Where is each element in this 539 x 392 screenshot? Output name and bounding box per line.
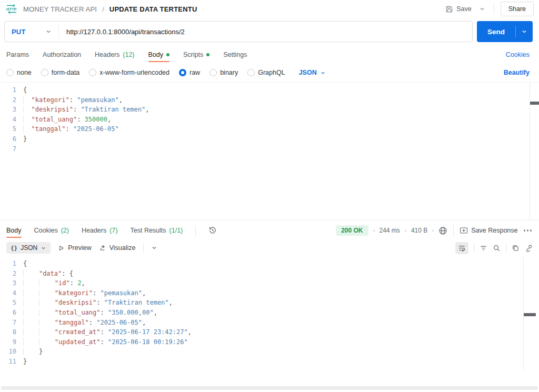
preview-button[interactable]: Preview — [58, 244, 91, 252]
code-line: 3 "deskripsi": "Traktiran temen", — [0, 105, 539, 115]
request-body-editor[interactable]: 1{2 "kategori": "pemasukan",3 "deskripsi… — [0, 82, 539, 220]
tab-body[interactable]: Body — [148, 46, 170, 63]
response-toolbar-right — [455, 242, 533, 254]
toolbar-divider — [506, 244, 506, 252]
mode-binary[interactable]: binary — [209, 69, 238, 76]
copy-icon[interactable] — [512, 244, 520, 252]
top-divider — [494, 4, 494, 14]
mode-none[interactable]: none — [6, 69, 32, 76]
share-button[interactable]: Share — [501, 2, 534, 16]
top-actions: Save Share — [443, 2, 534, 16]
meta-separator-dot — [405, 230, 406, 232]
code-line: 5 "deskripsi": "Traktiran temen", — [0, 298, 539, 308]
response-tab-test-results[interactable]: Test Results(1/1) — [130, 222, 183, 239]
meta-divider — [453, 225, 454, 236]
tab-authorization[interactable]: Authorization — [43, 46, 81, 63]
response-toolbar: {} JSON Preview Visualize — [0, 239, 539, 257]
request-title[interactable]: UPDATE DATA TERTENTU — [109, 5, 197, 13]
code-line: 1{ — [0, 85, 539, 95]
braces-icon: {} — [11, 245, 17, 252]
svg-text:HTTP: HTTP — [6, 7, 17, 12]
history-icon[interactable] — [208, 226, 217, 235]
network-globe-icon[interactable] — [438, 226, 447, 235]
editor-scrollbar-thumb[interactable] — [524, 313, 536, 316]
app-window: HTTP MONEY TRACKER API / UPDATE DATA TER… — [0, 0, 539, 392]
url-box: PUT — [4, 21, 473, 42]
code-line: 1{ — [0, 259, 539, 269]
view-options-chevron[interactable] — [151, 245, 157, 251]
response-body-code: 1{2 "data": {3 "id": 2,4 "kategori": "pe… — [0, 259, 539, 367]
request-url-row: PUT Send — [0, 18, 539, 46]
tab-settings[interactable]: Settings — [223, 46, 247, 63]
code-line: 7 "tanggal": "2025-06-05", — [0, 318, 539, 328]
response-size[interactable]: 410 B — [411, 227, 427, 234]
code-line: 5 "tanggal": "2025-06-05" — [0, 124, 539, 134]
headers-count: (12) — [123, 51, 134, 58]
beautify-link[interactable]: Beautify — [504, 69, 533, 76]
response-tabs: Body Cookies(2) Headers(7) Test Results(… — [0, 222, 539, 239]
response-meta: 200 OK 244 ms 410 B — [336, 225, 533, 236]
collection-name[interactable]: MONEY TRACKER API — [23, 5, 97, 13]
code-line: 4 "kategori": "pemasukan", — [0, 288, 539, 298]
radio-checked-icon — [179, 69, 186, 76]
raw-format-dropdown[interactable]: JSON — [299, 69, 326, 76]
method-dropdown[interactable]: PUT — [5, 28, 58, 36]
meta-separator-dot — [373, 230, 375, 232]
play-icon — [58, 245, 65, 252]
body-modified-dot — [166, 53, 169, 56]
filter-icon[interactable] — [480, 244, 487, 252]
tab-headers[interactable]: Headers(12) — [95, 46, 134, 63]
save-response-label: Save Response — [471, 227, 517, 234]
cookies-link[interactable]: Cookies — [506, 51, 533, 58]
mode-x-www-form-urlencoded[interactable]: x-www-form-urlencoded — [89, 69, 169, 76]
radio-icon — [6, 69, 14, 76]
link-icon[interactable] — [525, 244, 533, 252]
code-line: 7 — [0, 144, 539, 154]
response-body-editor[interactable]: 1{2 "data": {3 "id": 2,4 "kategori": "pe… — [0, 257, 539, 370]
response-format-label: JSON — [21, 244, 37, 252]
response-tabs-divider — [195, 225, 196, 236]
chevron-down-icon — [45, 28, 52, 35]
radio-icon — [209, 69, 217, 76]
request-body-code: 1{2 "kategori": "pemasukan",3 "deskripsi… — [0, 85, 539, 154]
body-mode-row: none form-data x-www-form-urlencoded raw… — [0, 63, 539, 82]
visualize-button[interactable]: Visualize — [99, 244, 136, 252]
test-results-count: (1/1) — [169, 227, 183, 234]
send-button[interactable]: Send — [477, 21, 515, 42]
save-options-chevron[interactable] — [477, 4, 487, 14]
response-format-dropdown[interactable]: {} JSON — [6, 242, 51, 254]
save-button[interactable]: Save — [443, 2, 474, 16]
wrap-text-icon[interactable] — [455, 242, 468, 254]
radio-icon — [41, 69, 48, 76]
save-response-button[interactable]: Save Response — [460, 227, 517, 234]
meta-separator-dot — [432, 230, 434, 232]
response-tab-headers[interactable]: Headers(7) — [82, 222, 118, 239]
status-badge[interactable]: 200 OK — [336, 225, 368, 236]
tab-params[interactable]: Params — [6, 46, 29, 63]
search-icon[interactable] — [493, 244, 501, 252]
floppy-save-icon — [445, 5, 453, 13]
tab-scripts[interactable]: Scripts — [183, 46, 209, 63]
scripts-modified-dot — [206, 53, 209, 56]
send-split-button: Send — [477, 21, 533, 42]
toolbar-divider — [474, 244, 474, 252]
response-time[interactable]: 244 ms — [380, 227, 400, 234]
code-line: 6 "total_uang": "350.000,00", — [0, 308, 539, 318]
http-request-icon: HTTP — [5, 4, 18, 14]
mode-raw[interactable]: raw — [179, 69, 200, 76]
response-tab-cookies[interactable]: Cookies(2) — [34, 222, 69, 239]
horizontal-scrollbar[interactable] — [1, 386, 538, 390]
breadcrumb-separator: / — [102, 5, 104, 13]
response-tab-body[interactable]: Body — [6, 222, 22, 239]
send-options-chevron[interactable] — [516, 21, 533, 42]
more-options-icon[interactable] — [523, 228, 533, 233]
response-headers-count: (7) — [109, 227, 117, 234]
mode-form-data[interactable]: form-data — [41, 69, 80, 76]
code-line: 11} — [0, 357, 539, 367]
method-label: PUT — [12, 28, 26, 36]
mode-graphql[interactable]: GraphQL — [247, 69, 285, 76]
toolbar-divider — [143, 244, 144, 252]
url-input[interactable] — [59, 28, 472, 36]
editor-scrollbar-thumb[interactable] — [530, 102, 539, 105]
code-line: 4 "total_uang": 350000, — [0, 115, 539, 125]
